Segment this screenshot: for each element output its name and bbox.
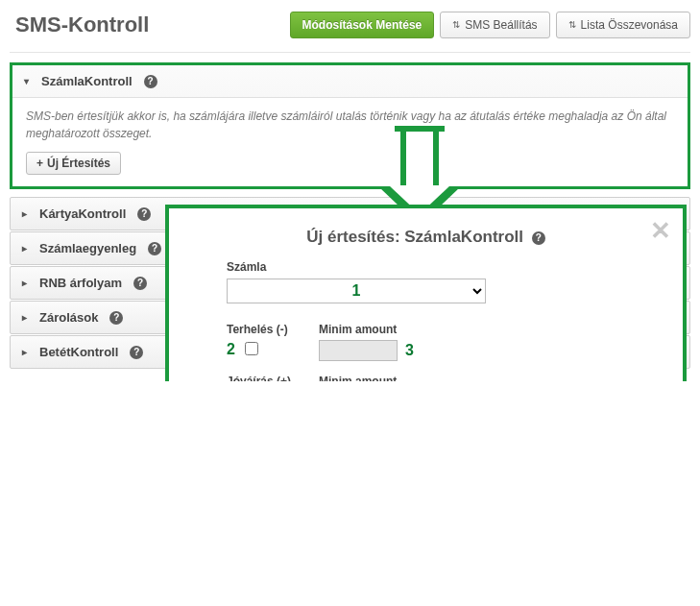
chevron-right-icon: ▸: [22, 312, 32, 323]
help-icon[interactable]: ?: [148, 242, 161, 255]
debit-label: Terhelés (-): [227, 323, 313, 336]
sms-settings-label: SMS Beállítás: [465, 18, 537, 32]
page-title: SMS-Kontroll: [10, 12, 284, 37]
marker-2: 2: [227, 341, 235, 358]
panel-title: KártyaKontroll: [39, 206, 126, 221]
panel-title: Számlaegyenleg: [39, 241, 136, 255]
help-icon[interactable]: ?: [109, 311, 123, 325]
merge-list-label: Lista Összevonása: [581, 18, 678, 32]
new-notification-label: Új Értesítés: [47, 157, 110, 170]
panel-title: BetétKontroll: [39, 345, 118, 359]
merge-list-button[interactable]: ⇅ Lista Összevonása: [556, 12, 690, 38]
sort-icon: ⇅: [452, 20, 460, 30]
sort-icon: ⇅: [568, 20, 576, 30]
panel-title: SzámlaKontroll: [41, 74, 133, 88]
help-icon[interactable]: ?: [133, 277, 147, 290]
modal-title: Új értesítés: SzámlaKontroll ?: [194, 228, 658, 247]
account-label: Számla: [227, 260, 625, 274]
close-icon[interactable]: ✕: [650, 216, 671, 246]
debit-checkbox[interactable]: [245, 342, 258, 355]
panel-title: Zárolások: [39, 310, 98, 325]
save-button[interactable]: Módosítások Mentése: [290, 12, 435, 38]
chevron-right-icon: ▸: [22, 243, 32, 254]
account-select[interactable]: [227, 279, 486, 303]
new-notification-button[interactable]: +Új Értesítés: [26, 152, 121, 175]
help-icon[interactable]: ?: [144, 75, 157, 88]
szamlakontroll-panel: ▾ SzámlaKontroll ? SMS-ben értesítjük ak…: [10, 62, 690, 189]
chevron-right-icon: ▸: [22, 278, 32, 288]
chevron-right-icon: ▸: [22, 347, 32, 357]
chevron-down-icon: ▾: [24, 76, 34, 86]
help-icon[interactable]: ?: [137, 207, 151, 221]
new-notification-modal: ✕ Új értesítés: SzámlaKontroll ? Számla …: [165, 205, 687, 381]
help-icon[interactable]: ?: [130, 346, 143, 359]
debit-min-input[interactable]: [319, 340, 398, 361]
marker-3: 3: [405, 342, 414, 359]
modal-title-text: Új értesítés: SzámlaKontroll: [306, 228, 523, 246]
plus-icon: +: [36, 157, 43, 170]
credit-min-label: Minim amount: [319, 375, 414, 381]
help-icon[interactable]: ?: [532, 231, 545, 245]
panel-description: SMS-ben értesítjük akkor is, ha számlájá…: [26, 108, 674, 142]
panel-title: RNB árfolyam: [39, 276, 122, 290]
sms-settings-button[interactable]: ⇅ SMS Beállítás: [440, 12, 549, 38]
chevron-right-icon: ▸: [22, 208, 32, 219]
panel-header-szamla[interactable]: ▾ SzámlaKontroll ?: [12, 65, 688, 97]
debit-min-label: Minim amount: [319, 323, 414, 336]
panel-body-szamla: SMS-ben értesítjük akkor is, ha számlájá…: [12, 97, 688, 186]
credit-label: Jóváírás (+): [227, 375, 313, 381]
